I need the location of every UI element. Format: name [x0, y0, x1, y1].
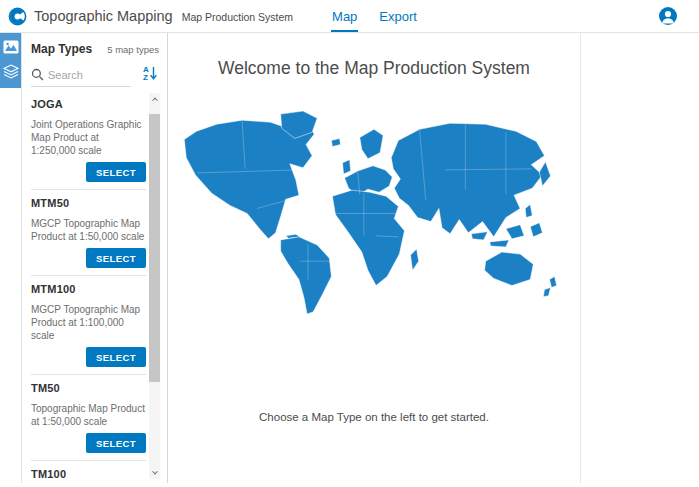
map-type-name: MTM50: [31, 197, 146, 209]
map-type-name: MTM100: [31, 283, 146, 295]
map-types-count: 5 map types: [107, 44, 159, 55]
map-type-list: JOGA Joint Operations Graphic Map Produc…: [22, 91, 167, 483]
search-input[interactable]: [48, 69, 128, 81]
map-type-description: MGCP Topographic Map Product at 1:50,000…: [31, 217, 146, 243]
search-row: A Z: [22, 59, 167, 87]
app-body: Map Types 5 map types A Z: [0, 33, 699, 483]
select-button-mtm100[interactable]: SELECT: [86, 347, 146, 367]
sidebar-scrollbar[interactable]: [149, 93, 160, 479]
sort-az-icon: A Z: [142, 64, 158, 81]
select-button-mtm50[interactable]: SELECT: [86, 248, 146, 268]
map-icon: [3, 40, 19, 54]
welcome-title: Welcome to the Map Production System: [168, 58, 580, 79]
layers-icon: [3, 64, 19, 79]
main-panel: Welcome to the Map Production System: [168, 33, 581, 483]
list-item-joga: JOGA Joint Operations Graphic Map Produc…: [31, 91, 146, 190]
list-item-mtm50: MTM50 MGCP Topographic Map Product at 1:…: [31, 190, 146, 276]
list-item-mtm100: MTM100 MGCP Topographic Map Product at 1…: [31, 276, 146, 375]
select-button-joga[interactable]: SELECT: [86, 162, 146, 182]
map-type-name: TM100: [31, 468, 146, 480]
list-item-tm50: TM50 Topographic Map Product at 1:50,000…: [31, 375, 146, 461]
svg-text:Z: Z: [143, 73, 148, 81]
search-box[interactable]: [31, 68, 131, 87]
scroll-down-arrow-icon[interactable]: [149, 467, 160, 479]
world-map: [178, 109, 570, 317]
select-button-tm50[interactable]: SELECT: [86, 433, 146, 453]
scrollbar-thumb[interactable]: [149, 114, 160, 382]
search-icon: [31, 68, 44, 81]
globe-logo-icon: [8, 7, 27, 26]
map-tool-button[interactable]: [2, 38, 20, 55]
tool-strip: [0, 33, 22, 483]
sort-az-button[interactable]: A Z: [142, 64, 158, 87]
map-type-description: Topographic Map Product at 1:50,000 scal…: [31, 402, 146, 428]
nav-tab-map[interactable]: Map: [331, 2, 358, 32]
app-title: Topographic Mapping: [34, 8, 173, 24]
world-map-image: [178, 109, 570, 317]
layers-tool-button[interactable]: [2, 63, 20, 80]
tool-strip-group: [0, 33, 21, 88]
map-type-name: TM50: [31, 382, 146, 394]
top-nav: Map Export: [168, 0, 581, 32]
right-empty-area: [581, 33, 699, 483]
map-types-panel: Map Types 5 map types A Z: [22, 33, 168, 483]
nav-tab-export[interactable]: Export: [378, 2, 418, 32]
scroll-up-arrow-icon[interactable]: [149, 93, 160, 105]
app-header: Topographic Mapping Map Production Syste…: [0, 0, 699, 33]
account-icon[interactable]: [659, 7, 677, 25]
map-type-name: JOGA: [31, 98, 146, 110]
map-type-description: Joint Operations Graphic Map Product at …: [31, 118, 146, 157]
panel-title: Map Types: [31, 42, 92, 56]
helper-text: Choose a Map Type on the left to get sta…: [168, 411, 580, 423]
map-types-header: Map Types 5 map types: [22, 33, 167, 59]
list-item-tm100: TM100: [31, 461, 146, 483]
map-type-description: MGCP Topographic Map Product at 1:100,00…: [31, 303, 146, 342]
